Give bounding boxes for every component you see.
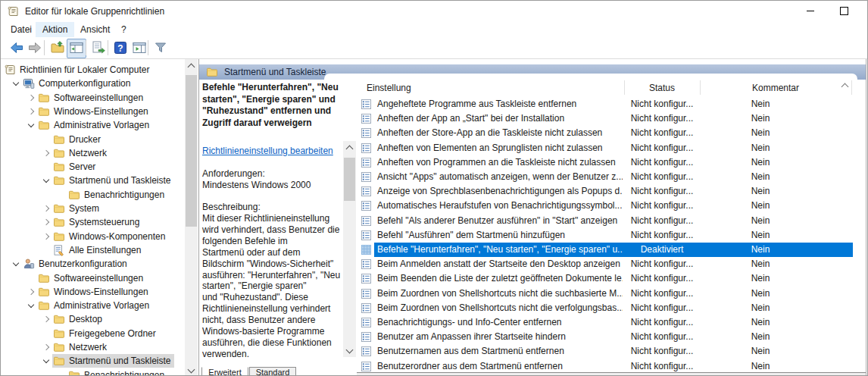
setting-name[interactable]: Automatisches Heraufstufen von Benachric… xyxy=(377,199,623,213)
setting-name[interactable]: Benutzer am Anpassen ihrer Startseite hi… xyxy=(377,330,623,344)
tree-item-label[interactable]: Administrative Vorlagen xyxy=(54,120,149,130)
tree-item-label[interactable]: Benutzerkonfiguration xyxy=(39,258,127,269)
list-item[interactable]: Beim Beenden die Liste der zuletzt geöff… xyxy=(357,271,857,286)
list-item[interactable]: Befehl "Als anderer Benutzer ausführen" … xyxy=(357,214,857,228)
list-item[interactable]: Anheften von Elementen an Sprunglisten n… xyxy=(357,141,857,155)
tree-item[interactable]: Alle Einstellungen xyxy=(1,243,185,257)
list-item[interactable]: Befehl "Ausführen" dem Startmenü hinzufü… xyxy=(357,228,857,243)
list-item[interactable]: Benutzerordner aus dem Startmenü entfern… xyxy=(357,359,857,372)
tree-item[interactable]: Administrative Vorlagen xyxy=(1,299,185,312)
list-item[interactable]: Angeheftete Programme aus Taskleiste ent… xyxy=(357,97,857,111)
list-item[interactable]: Beim Zuordnen von Shellshortcuts nicht d… xyxy=(357,287,857,301)
scroll-down-icon[interactable] xyxy=(343,344,356,357)
tree-item[interactable]: Softwareeinstellungen xyxy=(1,91,185,105)
menu-datei[interactable]: Datei xyxy=(4,22,39,37)
tree-scrollbar[interactable] xyxy=(185,59,198,376)
tree-item-label[interactable]: Startmenü und Taskleiste xyxy=(69,175,171,186)
tree-item-label[interactable]: Computerkonfiguration xyxy=(39,78,130,89)
chevron-right-icon[interactable] xyxy=(40,313,52,325)
tree-item[interactable]: Netzwerk xyxy=(1,146,185,160)
show-console-tree-button[interactable] xyxy=(67,39,86,58)
menu-aktion[interactable]: Aktion xyxy=(36,22,74,37)
tree-item-label[interactable]: Richtlinien für Lokaler Computer xyxy=(20,64,149,75)
tree-item[interactable]: Netzwerk xyxy=(1,340,185,354)
chevron-right-icon[interactable] xyxy=(40,216,52,228)
setting-name[interactable]: Benutzerordner aus dem Startmenü entfern… xyxy=(377,359,623,372)
chevron-right-icon[interactable] xyxy=(25,105,37,118)
list-item[interactable]: Beim Anmelden anstatt der Startseite den… xyxy=(357,257,857,271)
chevron-down-icon[interactable] xyxy=(40,355,52,367)
tree-item[interactable]: System xyxy=(1,202,185,215)
tree-item[interactable]: Windows-Einstellungen xyxy=(1,285,185,299)
list-item[interactable]: Anheften der Store-App an die Taskleiste… xyxy=(357,126,857,140)
setting-name[interactable]: Anheften von Programmen an die Taskleist… xyxy=(377,155,623,170)
tree-item[interactable]: Benachrichtigungen xyxy=(1,368,185,376)
chevron-down-icon[interactable] xyxy=(40,174,52,186)
chevron-right-icon[interactable] xyxy=(25,92,37,104)
tab-standard[interactable]: Standard xyxy=(249,367,296,376)
list-item[interactable]: Automatisches Heraufstufen von Benachric… xyxy=(357,199,857,213)
scroll-up-icon[interactable] xyxy=(185,59,198,72)
column-header-status[interactable]: Status xyxy=(624,80,700,97)
setting-name[interactable]: Beim Zuordnen von Shellshortcuts nicht d… xyxy=(377,301,623,315)
setting-name[interactable]: Befehle "Herunterfahren", "Neu starten",… xyxy=(377,243,623,257)
tree-item[interactable]: Systemsteuerung xyxy=(1,215,185,229)
column-separator[interactable] xyxy=(700,80,701,95)
setting-name[interactable]: Anzeige von Sprechblasenbenachrichtigung… xyxy=(377,184,623,199)
chevron-right-icon[interactable] xyxy=(40,147,52,159)
column-separator[interactable] xyxy=(851,80,852,95)
menu-ansicht[interactable]: Ansicht xyxy=(73,22,117,37)
tree-item-label[interactable]: Desktop xyxy=(69,314,102,324)
chevron-right-icon[interactable] xyxy=(25,286,37,298)
chevron-right-icon[interactable] xyxy=(40,230,52,243)
chevron-right-icon[interactable] xyxy=(40,202,52,215)
tree-item[interactable]: Benutzerkonfiguration xyxy=(1,257,185,271)
scroll-up-icon[interactable] xyxy=(343,141,356,154)
column-separator[interactable] xyxy=(624,80,625,95)
setting-name[interactable]: Anheften von Elementen an Sprunglisten n… xyxy=(377,141,623,155)
tree-item-label[interactable]: Administrative Vorlagen xyxy=(54,300,149,311)
tree-item[interactable]: Richtlinien für Lokaler Computer xyxy=(1,63,185,77)
tree-item-label[interactable]: Windows-Komponenten xyxy=(69,231,165,242)
tree-item-label[interactable]: Windows-Einstellungen xyxy=(54,106,148,117)
tree-item-label[interactable]: Systemsteuerung xyxy=(69,217,139,227)
export-list-button[interactable] xyxy=(89,39,108,58)
tree-item-label[interactable]: Softwareeinstellungen xyxy=(54,273,143,284)
tree-item[interactable]: Drucker xyxy=(1,133,185,146)
setting-name[interactable]: Ansicht "Apps" automatisch anzeigen, wen… xyxy=(377,170,623,184)
detail-scrollbar-thumb[interactable] xyxy=(344,158,355,201)
tree-item[interactable]: Freigegebene Ordner xyxy=(1,327,185,340)
list-item[interactable]: Benutzernamen aus dem Startmenü entferne… xyxy=(357,344,857,359)
setting-name[interactable]: Benachrichtigungs- und Info-Center entfe… xyxy=(377,315,623,330)
setting-name[interactable]: Benutzernamen aus dem Startmenü entferne… xyxy=(377,344,623,359)
tree-item[interactable]: Softwareeinstellungen xyxy=(1,271,185,285)
chevron-down-icon[interactable] xyxy=(10,258,22,270)
tree-item-label[interactable]: System xyxy=(69,203,99,214)
list-item[interactable]: Anheften von Programmen an die Taskleist… xyxy=(357,155,857,170)
filter-button[interactable] xyxy=(151,39,170,58)
setting-name[interactable]: Anheften der Store-App an die Taskleiste… xyxy=(377,126,623,140)
minimize-button[interactable] xyxy=(798,1,823,20)
tree-item[interactable]: Benachrichtigungen xyxy=(1,188,185,202)
tab-erweitert[interactable]: Erweitert xyxy=(201,367,248,376)
tree-item-label[interactable]: Netzwerk xyxy=(69,342,107,352)
menu-hilfe[interactable]: ? xyxy=(114,22,133,37)
list-item[interactable]: Benachrichtigungs- und Info-Center entfe… xyxy=(357,315,857,330)
list-item[interactable]: Befehle "Herunterfahren", "Neu starten",… xyxy=(357,243,857,257)
help-button[interactable]: ? xyxy=(111,39,130,58)
tree-scrollbar-thumb[interactable] xyxy=(186,75,197,227)
chevron-right-icon[interactable] xyxy=(40,341,52,353)
tree-item-label[interactable]: Freigegebene Ordner xyxy=(69,328,156,339)
edit-policy-link[interactable]: Richtlinieneinstellung bearbeiten xyxy=(202,146,333,156)
tree-item[interactable]: Startmenü und Taskleiste xyxy=(1,174,185,187)
tree-item-label[interactable]: Drucker xyxy=(69,134,101,145)
tree-item[interactable]: Desktop xyxy=(1,312,185,326)
tree-item[interactable]: Windows-Einstellungen xyxy=(1,105,185,118)
tree-item[interactable]: Administrative Vorlagen xyxy=(1,118,185,132)
tree-item-label[interactable]: Benachrichtigungen xyxy=(84,370,164,376)
column-header-einstellung[interactable]: Einstellung xyxy=(367,80,411,97)
setting-name[interactable]: Beim Anmelden anstatt der Startseite den… xyxy=(377,257,623,271)
show-action-pane-button[interactable] xyxy=(130,39,149,58)
detail-scrollbar[interactable] xyxy=(343,141,356,357)
chevron-down-icon[interactable] xyxy=(25,299,37,312)
